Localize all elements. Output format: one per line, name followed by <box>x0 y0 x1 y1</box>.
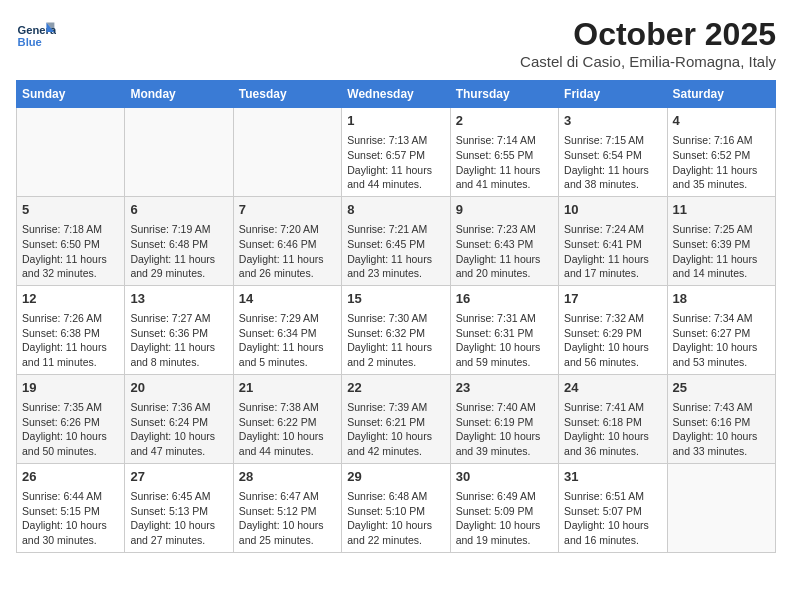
day-cell: 4Sunrise: 7:16 AM Sunset: 6:52 PM Daylig… <box>667 108 775 197</box>
day-cell: 11Sunrise: 7:25 AM Sunset: 6:39 PM Dayli… <box>667 196 775 285</box>
day-cell: 23Sunrise: 7:40 AM Sunset: 6:19 PM Dayli… <box>450 374 558 463</box>
col-wednesday: Wednesday <box>342 81 450 108</box>
day-number: 31 <box>564 468 661 486</box>
day-number: 8 <box>347 201 444 219</box>
day-number: 20 <box>130 379 227 397</box>
day-info: Sunrise: 7:26 AM Sunset: 6:38 PM Dayligh… <box>22 311 119 370</box>
day-cell: 14Sunrise: 7:29 AM Sunset: 6:34 PM Dayli… <box>233 285 341 374</box>
day-cell: 8Sunrise: 7:21 AM Sunset: 6:45 PM Daylig… <box>342 196 450 285</box>
day-cell: 21Sunrise: 7:38 AM Sunset: 6:22 PM Dayli… <box>233 374 341 463</box>
day-number: 29 <box>347 468 444 486</box>
title-area: October 2025 Castel di Casio, Emilia-Rom… <box>520 16 776 70</box>
day-cell <box>233 108 341 197</box>
logo: General Blue <box>16 16 60 56</box>
week-row-2: 5Sunrise: 7:18 AM Sunset: 6:50 PM Daylig… <box>17 196 776 285</box>
day-number: 28 <box>239 468 336 486</box>
day-number: 3 <box>564 112 661 130</box>
day-number: 9 <box>456 201 553 219</box>
week-row-4: 19Sunrise: 7:35 AM Sunset: 6:26 PM Dayli… <box>17 374 776 463</box>
day-info: Sunrise: 7:25 AM Sunset: 6:39 PM Dayligh… <box>673 222 770 281</box>
day-number: 13 <box>130 290 227 308</box>
day-number: 2 <box>456 112 553 130</box>
col-tuesday: Tuesday <box>233 81 341 108</box>
day-info: Sunrise: 7:31 AM Sunset: 6:31 PM Dayligh… <box>456 311 553 370</box>
day-info: Sunrise: 7:39 AM Sunset: 6:21 PM Dayligh… <box>347 400 444 459</box>
page-header: General Blue October 2025 Castel di Casi… <box>16 16 776 70</box>
col-monday: Monday <box>125 81 233 108</box>
day-cell: 1Sunrise: 7:13 AM Sunset: 6:57 PM Daylig… <box>342 108 450 197</box>
day-info: Sunrise: 7:18 AM Sunset: 6:50 PM Dayligh… <box>22 222 119 281</box>
day-info: Sunrise: 7:43 AM Sunset: 6:16 PM Dayligh… <box>673 400 770 459</box>
day-number: 11 <box>673 201 770 219</box>
day-number: 4 <box>673 112 770 130</box>
day-info: Sunrise: 6:47 AM Sunset: 5:12 PM Dayligh… <box>239 489 336 548</box>
day-cell: 2Sunrise: 7:14 AM Sunset: 6:55 PM Daylig… <box>450 108 558 197</box>
day-number: 14 <box>239 290 336 308</box>
day-cell: 26Sunrise: 6:44 AM Sunset: 5:15 PM Dayli… <box>17 463 125 552</box>
day-info: Sunrise: 7:36 AM Sunset: 6:24 PM Dayligh… <box>130 400 227 459</box>
week-row-3: 12Sunrise: 7:26 AM Sunset: 6:38 PM Dayli… <box>17 285 776 374</box>
day-cell: 17Sunrise: 7:32 AM Sunset: 6:29 PM Dayli… <box>559 285 667 374</box>
day-cell: 22Sunrise: 7:39 AM Sunset: 6:21 PM Dayli… <box>342 374 450 463</box>
day-number: 10 <box>564 201 661 219</box>
day-info: Sunrise: 7:29 AM Sunset: 6:34 PM Dayligh… <box>239 311 336 370</box>
day-info: Sunrise: 6:51 AM Sunset: 5:07 PM Dayligh… <box>564 489 661 548</box>
day-number: 25 <box>673 379 770 397</box>
day-cell: 29Sunrise: 6:48 AM Sunset: 5:10 PM Dayli… <box>342 463 450 552</box>
day-number: 27 <box>130 468 227 486</box>
day-cell: 13Sunrise: 7:27 AM Sunset: 6:36 PM Dayli… <box>125 285 233 374</box>
day-number: 12 <box>22 290 119 308</box>
day-cell: 7Sunrise: 7:20 AM Sunset: 6:46 PM Daylig… <box>233 196 341 285</box>
day-number: 16 <box>456 290 553 308</box>
day-info: Sunrise: 7:38 AM Sunset: 6:22 PM Dayligh… <box>239 400 336 459</box>
day-number: 19 <box>22 379 119 397</box>
day-info: Sunrise: 7:40 AM Sunset: 6:19 PM Dayligh… <box>456 400 553 459</box>
calendar-table: Sunday Monday Tuesday Wednesday Thursday… <box>16 80 776 553</box>
day-cell <box>17 108 125 197</box>
day-info: Sunrise: 7:21 AM Sunset: 6:45 PM Dayligh… <box>347 222 444 281</box>
day-info: Sunrise: 7:13 AM Sunset: 6:57 PM Dayligh… <box>347 133 444 192</box>
logo-icon: General Blue <box>16 16 56 56</box>
day-number: 17 <box>564 290 661 308</box>
day-number: 7 <box>239 201 336 219</box>
day-info: Sunrise: 7:15 AM Sunset: 6:54 PM Dayligh… <box>564 133 661 192</box>
day-number: 6 <box>130 201 227 219</box>
day-number: 21 <box>239 379 336 397</box>
day-cell: 9Sunrise: 7:23 AM Sunset: 6:43 PM Daylig… <box>450 196 558 285</box>
day-cell <box>667 463 775 552</box>
day-info: Sunrise: 7:34 AM Sunset: 6:27 PM Dayligh… <box>673 311 770 370</box>
day-cell: 31Sunrise: 6:51 AM Sunset: 5:07 PM Dayli… <box>559 463 667 552</box>
day-cell: 24Sunrise: 7:41 AM Sunset: 6:18 PM Dayli… <box>559 374 667 463</box>
week-row-5: 26Sunrise: 6:44 AM Sunset: 5:15 PM Dayli… <box>17 463 776 552</box>
day-cell: 25Sunrise: 7:43 AM Sunset: 6:16 PM Dayli… <box>667 374 775 463</box>
day-cell: 19Sunrise: 7:35 AM Sunset: 6:26 PM Dayli… <box>17 374 125 463</box>
day-cell: 16Sunrise: 7:31 AM Sunset: 6:31 PM Dayli… <box>450 285 558 374</box>
day-number: 26 <box>22 468 119 486</box>
location: Castel di Casio, Emilia-Romagna, Italy <box>520 53 776 70</box>
day-info: Sunrise: 7:20 AM Sunset: 6:46 PM Dayligh… <box>239 222 336 281</box>
month-title: October 2025 <box>520 16 776 53</box>
day-cell: 27Sunrise: 6:45 AM Sunset: 5:13 PM Dayli… <box>125 463 233 552</box>
day-info: Sunrise: 7:16 AM Sunset: 6:52 PM Dayligh… <box>673 133 770 192</box>
day-number: 22 <box>347 379 444 397</box>
day-info: Sunrise: 7:41 AM Sunset: 6:18 PM Dayligh… <box>564 400 661 459</box>
day-info: Sunrise: 7:32 AM Sunset: 6:29 PM Dayligh… <box>564 311 661 370</box>
day-cell: 28Sunrise: 6:47 AM Sunset: 5:12 PM Dayli… <box>233 463 341 552</box>
day-cell: 15Sunrise: 7:30 AM Sunset: 6:32 PM Dayli… <box>342 285 450 374</box>
day-info: Sunrise: 6:48 AM Sunset: 5:10 PM Dayligh… <box>347 489 444 548</box>
day-number: 24 <box>564 379 661 397</box>
day-info: Sunrise: 6:49 AM Sunset: 5:09 PM Dayligh… <box>456 489 553 548</box>
day-info: Sunrise: 7:35 AM Sunset: 6:26 PM Dayligh… <box>22 400 119 459</box>
day-number: 23 <box>456 379 553 397</box>
svg-text:Blue: Blue <box>18 36 42 48</box>
day-info: Sunrise: 7:24 AM Sunset: 6:41 PM Dayligh… <box>564 222 661 281</box>
day-number: 1 <box>347 112 444 130</box>
day-cell <box>125 108 233 197</box>
day-info: Sunrise: 7:30 AM Sunset: 6:32 PM Dayligh… <box>347 311 444 370</box>
col-thursday: Thursday <box>450 81 558 108</box>
col-saturday: Saturday <box>667 81 775 108</box>
day-info: Sunrise: 7:23 AM Sunset: 6:43 PM Dayligh… <box>456 222 553 281</box>
day-info: Sunrise: 6:44 AM Sunset: 5:15 PM Dayligh… <box>22 489 119 548</box>
header-row: Sunday Monday Tuesday Wednesday Thursday… <box>17 81 776 108</box>
day-number: 15 <box>347 290 444 308</box>
